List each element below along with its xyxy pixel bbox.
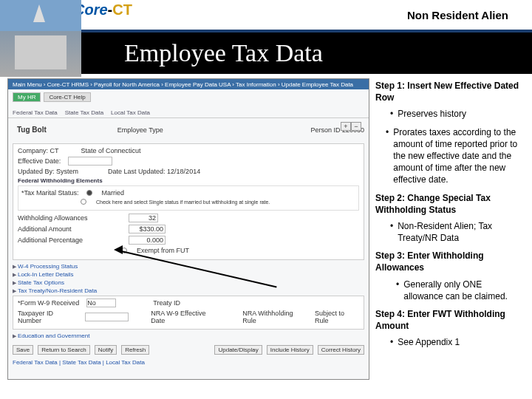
- correct-history-button[interactable]: Correct History: [318, 345, 364, 355]
- update-display-button[interactable]: Update/Display: [214, 345, 262, 355]
- slide-title: Employee Tax Data: [124, 39, 323, 67]
- header-title: Non Resident Alien: [407, 9, 508, 21]
- include-history-button[interactable]: Include History: [267, 345, 313, 355]
- step4-bullet1: See Appendix 1: [398, 336, 460, 348]
- tax-data-panel: Company: CTState of Connecticut Effectiv…: [13, 143, 364, 260]
- save-button[interactable]: Save: [13, 345, 33, 355]
- additional-amount-label: Additional Amount: [18, 225, 121, 233]
- taxpayer-id-input[interactable]: [85, 313, 129, 321]
- nra-eff-label: NRA W-9 Effective Date: [151, 310, 220, 324]
- notify-button[interactable]: Notify: [95, 345, 117, 355]
- form-rec-select[interactable]: No: [86, 299, 116, 307]
- app-screenshot: Main Menu › Core-CT HRMS › Payroll for N…: [7, 78, 369, 380]
- employee-name: Tug Bolt: [13, 121, 51, 138]
- return-button[interactable]: Return to Search: [38, 345, 89, 355]
- emp-type-label: Employee Type: [117, 126, 163, 134]
- logo: Core-CT: [74, 1, 132, 18]
- tab-core-help[interactable]: Core-CT Help: [44, 92, 90, 102]
- step3-title: Step 3: Enter Withholding Allowances: [375, 250, 523, 273]
- step4-title: Step 4: Enter FWT Withholding Amount: [375, 308, 523, 332]
- step2-bullet1: Non-Resident Alien; Tax Treaty/NR Data: [398, 220, 523, 244]
- subtabs: Federal Tax Data State Tax Data Local Ta…: [8, 108, 369, 118]
- nra-basis-label: NRA Withholding Rule: [242, 310, 307, 324]
- add-remove-row[interactable]: +−: [341, 122, 361, 131]
- callout-arrow-head: [114, 245, 123, 254]
- eff-date-label: Effective Date:: [18, 157, 61, 165]
- additional-amount-input[interactable]: $330.00: [129, 225, 166, 233]
- treaty-id-label: Treaty ID: [153, 299, 180, 307]
- expand-state-opts[interactable]: State Tax Options: [13, 279, 364, 286]
- expand-edu-gov[interactable]: Education and Government: [13, 332, 364, 339]
- step1-title: Step 1: Insert New Effective Dated Row: [375, 80, 523, 103]
- bottom-links[interactable]: Federal Tax Data | State Tax Data | Loca…: [13, 359, 369, 366]
- additional-pct-label: Additional Percentage: [18, 236, 121, 244]
- tab-my-hr[interactable]: My HR: [13, 92, 41, 102]
- add-row-icon[interactable]: +: [341, 122, 351, 131]
- step1-bullet1: Preserves history: [398, 108, 466, 120]
- logo-ct: CT: [112, 1, 132, 18]
- step1-bullet2: Prorates taxes according to the amount o…: [393, 126, 523, 186]
- company-desc: State of Connecticut: [81, 147, 141, 154]
- remove-row-icon[interactable]: −: [351, 122, 361, 131]
- eff-date-input[interactable]: [68, 157, 112, 166]
- company-label: Company: CT: [18, 147, 59, 154]
- expand-lockin[interactable]: Lock-In Letter Details: [13, 271, 364, 278]
- additional-pct-input[interactable]: 0.000: [129, 236, 166, 245]
- subtab-federal[interactable]: Federal Tax Data: [13, 109, 58, 116]
- marital-status-label: *Tax Marital Status:: [21, 189, 79, 197]
- form-rec-label: *Form W-9 Received: [18, 299, 79, 307]
- treaty-panel: *Form W-9 Received No Treaty ID Taxpayer…: [13, 296, 364, 330]
- taxpayer-id-label: Taxpayer ID Number: [18, 310, 78, 324]
- subtab-state[interactable]: State Tax Data: [65, 109, 103, 116]
- step2-title: Step 2: Change Special Tax Withholding S…: [375, 192, 523, 216]
- withholding-allow-input[interactable]: 32: [129, 214, 158, 222]
- withholding-allow-label: Withholding Allowances: [18, 214, 121, 222]
- refresh-button[interactable]: Refresh: [121, 345, 149, 355]
- nra-basis-value: Subject to Rule: [315, 310, 359, 324]
- marital-radio-married[interactable]: [86, 190, 92, 196]
- fwe-section-label: Federal Withholding Elements: [18, 177, 359, 184]
- step3-bullet1: Generally only ONE allowance can be clai…: [403, 279, 523, 302]
- expand-tax-treaty[interactable]: Tax Treaty/Non-Resident Data: [13, 287, 364, 294]
- date-last-updated: Date Last Updated: 12/18/2014: [108, 168, 200, 175]
- breadcrumb: Main Menu › Core-CT HRMS › Payroll for N…: [8, 79, 369, 89]
- updated-by: Updated By: System: [18, 168, 78, 175]
- instructions-sidebar: Step 1: Insert New Effective Dated Row P…: [372, 74, 532, 396]
- capitol-image: [0, 0, 81, 77]
- marital-radio-single[interactable]: [81, 199, 86, 205]
- button-row: Save Return to Search Notify Refresh Upd…: [8, 341, 369, 359]
- subtab-local[interactable]: Local Tax Data: [111, 109, 150, 116]
